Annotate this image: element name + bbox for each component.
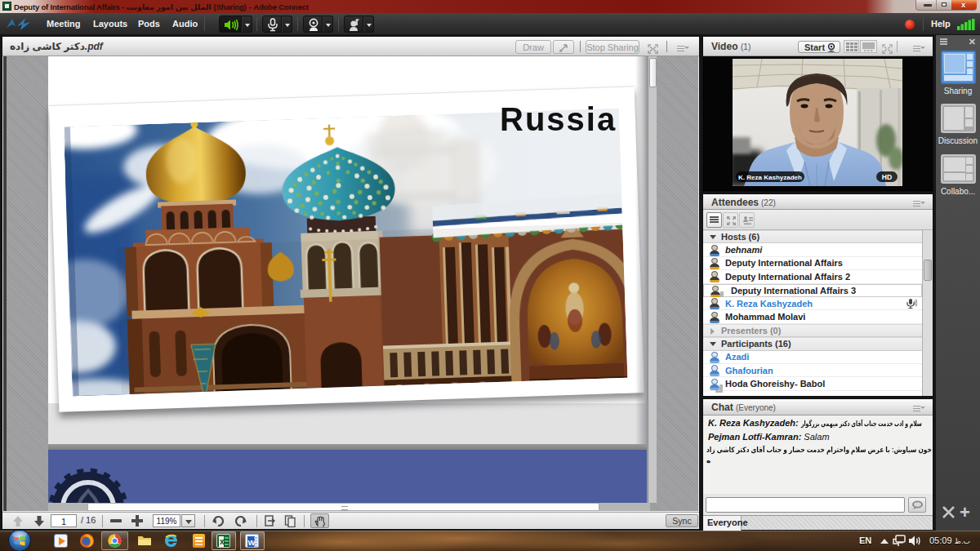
svg-text:HD: HD [882,173,892,181]
svg-text:K. Reza Kashyzadeh: K. Reza Kashyzadeh [738,174,802,181]
